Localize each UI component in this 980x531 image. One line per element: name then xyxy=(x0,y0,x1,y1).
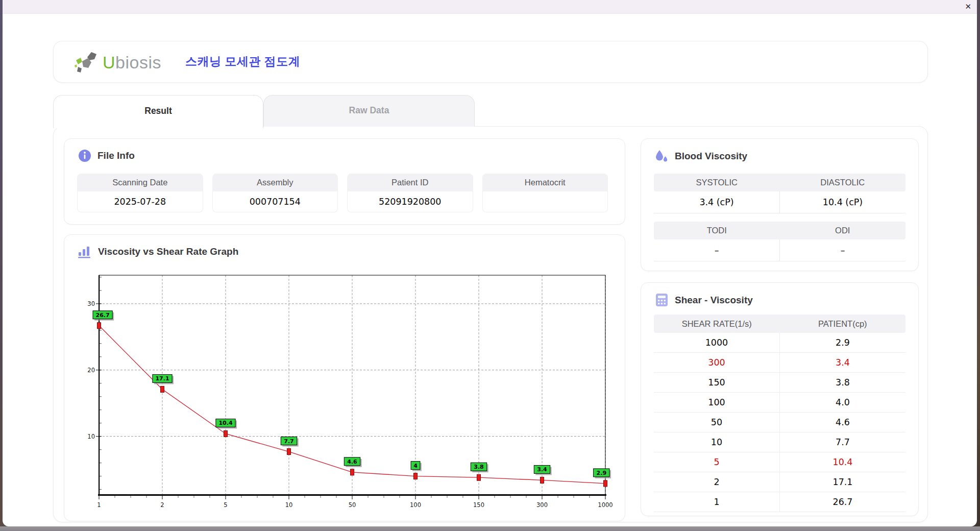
y-axis-label: 30 xyxy=(87,300,95,307)
calculator-icon xyxy=(655,293,669,307)
y-axis-line xyxy=(99,275,100,495)
x-axis-label: 300 xyxy=(536,501,548,509)
taskbar-strip xyxy=(0,526,980,531)
page-title: 스캐닝 모세관 점도계 xyxy=(185,54,300,69)
file-info-fields: Scanning Date2025-07-28Assembly000707154… xyxy=(77,174,608,212)
data-label-text: 3.8 xyxy=(474,464,484,470)
patient-cp-cell: 4.0 xyxy=(780,393,905,413)
y-axis-label: 20 xyxy=(87,367,95,374)
shear-rate-cell: 1 xyxy=(654,492,780,512)
shear-row-1000: 10002.9 xyxy=(654,333,905,353)
shear-row-5: 510.4 xyxy=(654,452,905,472)
file-info-title: File Info xyxy=(97,150,135,161)
blood-value-diastolic: 10.4 (cP) xyxy=(780,191,905,213)
data-label-text: 17.1 xyxy=(155,375,169,382)
blood-value-systolic: 3.4 (cP) xyxy=(654,191,780,213)
y-axis-label: 10 xyxy=(87,433,95,440)
x-axis-label: 1 xyxy=(97,501,101,509)
blood-viscosity-title: Blood Viscosity xyxy=(675,151,747,162)
data-label-text: 26.7 xyxy=(96,312,110,319)
blood-header-todi: TODI xyxy=(654,222,780,239)
field-label-patient-id: Patient ID xyxy=(347,174,473,191)
shear-row-150: 1503.8 xyxy=(654,373,905,393)
data-point-marker xyxy=(541,477,544,483)
ubiosis-logo: Ubiosis xyxy=(74,50,161,75)
blood-header-row-1: TODIODI xyxy=(654,222,905,239)
data-label-text: 7.7 xyxy=(284,438,294,445)
shear-row-100: 1004.0 xyxy=(654,393,905,413)
header-card: Ubiosis 스캐닝 모세관 점도계 xyxy=(53,41,928,83)
info-icon xyxy=(78,149,91,162)
patient-cp-cell: 26.7 xyxy=(780,492,905,512)
data-point-marker xyxy=(97,323,101,329)
field-value-assembly: 000707154 xyxy=(212,191,338,212)
shear-viscosity-title: Shear - Viscosity xyxy=(675,295,753,306)
shear-rate-cell: 100 xyxy=(654,393,780,413)
brand-u: U xyxy=(103,53,115,72)
data-point-marker xyxy=(224,430,228,437)
x-axis-label: 100 xyxy=(410,501,421,509)
shear-rate-cell: 150 xyxy=(654,373,780,393)
shear-rate-cell: 50 xyxy=(654,413,780,432)
x-axis-line xyxy=(98,494,606,496)
field-label-scanning-date: Scanning Date xyxy=(77,174,203,191)
patient-cp-cell: 17.1 xyxy=(780,472,905,492)
blood-value-row-1: –– xyxy=(654,239,905,261)
shear-row-50: 504.6 xyxy=(654,413,905,432)
blood-value-odi: – xyxy=(780,239,905,261)
blood-viscosity-title-row: Blood Viscosity xyxy=(655,149,747,163)
viscosity-shear-rate-chart: 1020301251050100150300100026.717.110.47.… xyxy=(64,235,625,521)
field-value-hematocrit xyxy=(482,191,608,212)
brand-text: Ubiosis xyxy=(103,53,161,73)
file-field-assembly: Assembly000707154 xyxy=(212,174,338,212)
blood-header-odi: ODI xyxy=(780,222,906,239)
patient-cp-cell: 3.8 xyxy=(780,373,905,393)
data-label-text: 3.4 xyxy=(537,466,547,473)
file-info-panel: File Info Scanning Date2025-07-28Assembl… xyxy=(64,138,625,225)
field-label-assembly: Assembly xyxy=(212,174,338,191)
data-label-text: 2.9 xyxy=(597,470,607,476)
close-icon[interactable]: ✕ xyxy=(965,2,971,11)
x-axis-label: 1000 xyxy=(598,501,612,509)
graph-panel: Viscosity vs Shear Rate Graph 1020301251… xyxy=(64,234,625,521)
patient-cp-cell: 2.9 xyxy=(780,333,905,353)
tab-result[interactable]: Result xyxy=(53,95,263,128)
x-axis-label: 10 xyxy=(285,501,293,509)
brand-rest: biosis xyxy=(115,53,161,72)
blood-viscosity-panel: Blood Viscosity SYSTOLICDIASTOLIC3.4 (cP… xyxy=(641,138,919,271)
blood-table-gap xyxy=(654,213,905,222)
tab-raw-data[interactable]: Raw Data xyxy=(263,95,475,127)
x-axis-label: 2 xyxy=(160,501,164,509)
data-point-marker xyxy=(604,480,607,487)
blood-viscosity-table: SYSTOLICDIASTOLIC3.4 (cP)10.4 (cP)TODIOD… xyxy=(654,174,905,261)
blood-drop-icon xyxy=(655,149,669,163)
data-label-text: 4.6 xyxy=(347,458,357,465)
field-value-scanning-date: 2025-07-28 xyxy=(77,191,203,212)
shear-header-row: SHEAR RATE(1/s)PATIENT(cp) xyxy=(654,315,905,333)
blood-value-row-0: 3.4 (cP)10.4 (cP) xyxy=(654,191,905,213)
data-point-marker xyxy=(477,474,481,480)
ubiosis-logo-icon xyxy=(74,50,100,75)
x-axis-label: 50 xyxy=(349,501,356,509)
desktop-background: ✕ Ubiosis 스캐닝 모세관 점도계 Result Raw Data xyxy=(0,0,980,531)
file-field-hematocrit: Hematocrit xyxy=(482,174,608,212)
shear-rate-cell: 2 xyxy=(654,472,780,492)
data-label-text: 10.4 xyxy=(218,420,232,426)
patient-cp-cell: 4.6 xyxy=(780,413,905,432)
file-info-title-row: File Info xyxy=(78,149,135,162)
data-point-marker xyxy=(414,473,418,479)
shear-column-patient-cp: PATIENT(cp) xyxy=(780,315,906,333)
field-value-patient-id: 52091920800 xyxy=(347,191,473,212)
shear-column-shear-rate-1-s: SHEAR RATE(1/s) xyxy=(654,315,780,333)
shear-row-1: 126.7 xyxy=(654,492,905,512)
window-titlebar: ✕ xyxy=(3,0,977,14)
x-axis-label: 5 xyxy=(224,501,227,509)
field-label-hematocrit: Hematocrit xyxy=(482,174,608,191)
content-card: File Info Scanning Date2025-07-28Assembl… xyxy=(53,126,928,522)
shear-row-2: 217.1 xyxy=(654,472,905,492)
patient-cp-cell: 10.4 xyxy=(780,452,905,472)
data-point-marker xyxy=(287,449,291,455)
shear-viscosity-title-row: Shear - Viscosity xyxy=(655,293,753,307)
shear-rate-cell: 300 xyxy=(654,353,780,373)
shear-rate-cell: 10 xyxy=(654,432,780,452)
